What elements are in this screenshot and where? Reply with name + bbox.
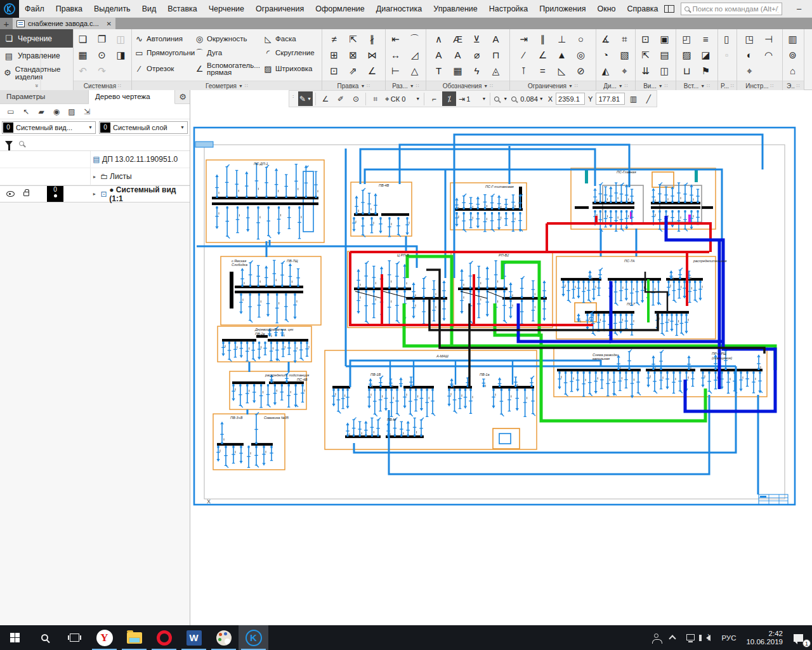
split-icon[interactable]: ∦ — [363, 31, 381, 47]
visibility-icon[interactable] — [6, 191, 15, 197]
cross-icon[interactable]: ⋈ — [363, 47, 381, 63]
leader-icon[interactable]: Æ — [449, 31, 467, 47]
view-label-icon[interactable]: A — [487, 31, 505, 47]
vertical-c-icon[interactable]: ⊺ — [515, 63, 533, 79]
taskbar-explorer[interactable] — [119, 625, 149, 650]
tree-row-document[interactable]: ▤ ДП 13.02.11.190951.0 — [0, 151, 190, 168]
menu-выделить[interactable]: Выделить — [88, 0, 136, 18]
block-c-icon[interactable]: ⊘ — [572, 63, 590, 79]
dim-arc-icon[interactable]: ⌒ — [406, 31, 424, 47]
command-search-input[interactable]: Поиск по командам (Alt+/) — [681, 3, 782, 15]
insert-flag-icon[interactable]: ⚑ — [697, 63, 715, 79]
bool-icon[interactable]: ◐ — [741, 47, 759, 63]
group-footer-tools[interactable]: Инстр...∷ — [737, 81, 782, 90]
tree-toolbar-icon-0[interactable]: ▭ — [5, 106, 16, 117]
mirror-icon[interactable]: ⊠ — [344, 47, 362, 63]
tree-toolbar-icon-2[interactable]: ▰ — [36, 106, 47, 117]
menu-вставка[interactable]: Вставка — [162, 0, 202, 18]
measure-angle-icon[interactable]: ∡ — [597, 31, 615, 47]
roughness-icon[interactable]: ∧ — [430, 31, 448, 47]
gear-icon[interactable]: ⚙ — [176, 90, 190, 103]
group-footer-solids[interactable]: Р...∷ — [718, 81, 737, 90]
snap-point-icon[interactable]: ⊙ — [349, 91, 363, 106]
lightning-icon[interactable]: ϟ — [468, 63, 486, 79]
parallel-icon[interactable]: ∥ — [534, 31, 552, 47]
line-c-icon[interactable]: ∕ — [515, 47, 533, 63]
concentric-icon[interactable]: ◎ — [572, 47, 590, 63]
menu-настройка[interactable]: Настройка — [483, 0, 534, 18]
menu-управление[interactable]: Управление — [428, 0, 483, 18]
tab-drawing-tree[interactable]: Дерево чертежа — [89, 90, 175, 104]
tool-aux-line[interactable]: ∠Вспомогатель... прямая — [195, 60, 263, 78]
tool-hatch[interactable]: ▨Штриховка — [263, 60, 322, 78]
volume-icon[interactable] — [700, 625, 716, 650]
group-footer-insert[interactable]: Вст...▼∷ — [676, 81, 717, 90]
dim-horiz-icon[interactable]: ↔ — [387, 47, 405, 63]
contour-icon[interactable]: ◳ — [741, 31, 759, 47]
tab-parameters[interactable]: Параметры — [0, 90, 89, 103]
menu-справка[interactable]: Справка — [622, 0, 664, 18]
drawing-canvas[interactable]: ПС-ДП-1ПВ-4ВПС-Г-титановаяПС-Главнаяс.Ям… — [190, 90, 812, 625]
menu-черчение[interactable]: Черчение — [203, 0, 250, 18]
curve-icon[interactable]: ◠ — [760, 47, 778, 63]
redo-icon[interactable]: ↷ — [93, 63, 111, 79]
insert-pic-icon[interactable]: ▨ — [678, 47, 696, 63]
new-file-icon[interactable]: ❏ — [74, 31, 92, 47]
dim-radius-icon[interactable]: ◿ — [406, 47, 424, 63]
notifications-icon[interactable]: 1 — [788, 625, 812, 650]
clock[interactable]: 2:4210.06.2019 — [741, 630, 788, 646]
new-tab-button[interactable]: + — [0, 18, 13, 29]
fix-icon[interactable]: ▲ — [553, 47, 571, 63]
taskbar-task-view[interactable] — [60, 625, 89, 650]
menu-правка[interactable]: Правка — [50, 0, 88, 18]
view-new-icon[interactable]: ⊡ — [637, 31, 655, 47]
sidebar-item-drawing[interactable]: ❏Черчение — [0, 29, 73, 48]
undo-icon[interactable]: ↶ — [74, 63, 92, 79]
tool-fillet[interactable]: ◜Скругление — [263, 46, 322, 60]
tree-row-sheets[interactable]: ▸ 🗀 Листы — [0, 168, 190, 185]
language-indicator[interactable]: РУС — [716, 634, 741, 642]
insert-frag-icon[interactable]: ◰ — [678, 31, 696, 47]
tool-chamfer[interactable]: ◺Фаска — [263, 32, 322, 46]
el-hatch-icon[interactable]: ▥ — [784, 31, 802, 47]
group-footer-diagnostics[interactable]: Ди...▼∷ — [596, 81, 635, 90]
lock-icon[interactable] — [23, 192, 29, 196]
pen-style-button[interactable]: ✎▼ — [298, 91, 313, 106]
taskbar-yandex[interactable]: Y — [89, 625, 119, 650]
rounding-toggle[interactable]: ⁒ — [442, 91, 456, 106]
zoom-scale-button[interactable]: 0.084▼ — [510, 91, 544, 106]
marker-icon[interactable]: ◬ — [487, 63, 505, 79]
people-icon[interactable] — [648, 625, 664, 650]
menu-вид[interactable]: Вид — [136, 0, 162, 18]
print-icon[interactable]: ▦ — [74, 47, 92, 63]
x-coordinate-field[interactable]: 2359.1 — [556, 93, 585, 105]
trim-icon[interactable]: ≠ — [325, 31, 343, 47]
save-icon[interactable]: ◫ — [112, 31, 130, 47]
equal-icon[interactable]: = — [534, 63, 552, 79]
view-list-icon[interactable]: ▤ — [656, 47, 674, 63]
tool-arc[interactable]: ⌒Дуга — [195, 46, 263, 60]
tab-close-icon[interactable]: ✕ — [107, 20, 112, 27]
snap-icon[interactable]: ⇥ — [515, 31, 533, 47]
snap-style-icon[interactable]: ✐ — [334, 91, 348, 106]
triangle-c-icon[interactable]: ◺ — [553, 63, 571, 79]
grid-icon[interactable]: ⌗ — [369, 91, 383, 106]
taskbar-word[interactable]: W — [179, 625, 209, 650]
measure-area-icon[interactable]: ▧ — [616, 47, 634, 63]
tree-row-system-view[interactable]: 0 ▸ ⊡ ● Системный вид (1:1 — [0, 185, 190, 202]
copy-icon[interactable]: ⊞ — [325, 47, 343, 63]
view-down-icon[interactable]: ⇊ — [637, 63, 655, 79]
taskbar-start[interactable] — [0, 625, 30, 650]
angle-c-icon[interactable]: ∠ — [534, 47, 552, 63]
document-tab[interactable]: снабжение завода.с... ✕ — [13, 18, 115, 29]
cut-line-icon[interactable]: ⊓ — [487, 47, 505, 63]
snap-perpendicular-icon[interactable]: ∠ — [318, 91, 332, 106]
region-a-icon[interactable]: ▯ — [718, 31, 736, 47]
group-footer-geometry[interactable]: Геометрия▼∷ — [132, 81, 322, 90]
ortho-icon[interactable]: ⌐ — [427, 91, 441, 106]
group-footer-notation[interactable]: Обозначения▼∷ — [426, 81, 509, 90]
tool-autoline[interactable]: ∿Автолиния — [134, 32, 195, 46]
group-footer-dims[interactable]: Раз...▼∷ — [386, 81, 426, 90]
tree-toolbar-icon-5[interactable]: ⇲ — [81, 106, 93, 117]
y-coordinate-field[interactable]: 177.81 — [596, 93, 625, 105]
